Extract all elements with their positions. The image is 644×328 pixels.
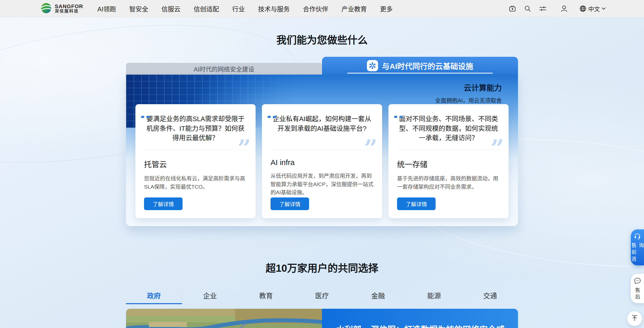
tab-cloud-infrastructure[interactable]: 与AI时代同行的云基础设施: [322, 57, 518, 75]
globe-logo-icon: [41, 3, 52, 15]
chevron-down-icon: [601, 5, 606, 12]
card-title: 托管云: [144, 158, 247, 169]
chat-bubble-icon: [634, 277, 641, 285]
video-icon[interactable]: [509, 5, 516, 12]
top-navbar: SANGFOR 深信服科技 AI领跑 智安全 信服云 信创适配 行业 技术与服务…: [0, 0, 644, 17]
close-quote-icon: ”: [491, 137, 504, 151]
cloud-infrastructure-panel: 云计算能力 全面拥抱AI，用云无须取舍 “ 要满足业务的高SLA需求却受限于机房…: [126, 75, 518, 226]
panel-heading: 云计算能力: [435, 82, 502, 93]
main-nav: AI领跑 智安全 信服云 信创适配 行业 技术与服务 合作伙伴 产业教育 更多: [97, 4, 393, 13]
active-industry-underline: [126, 303, 182, 304]
headset-icon: [634, 233, 641, 241]
divider: [271, 150, 373, 150]
industry-tab-enterprise[interactable]: 企业: [182, 288, 238, 304]
industry-tab-finance[interactable]: 金融: [350, 288, 406, 304]
nav-item-ai[interactable]: AI领跑: [97, 4, 116, 13]
back-to-top-button[interactable]: [627, 311, 642, 326]
aftersales-button[interactable]: 售后: [631, 274, 644, 303]
search-icon[interactable]: [524, 5, 531, 12]
open-quote-icon: “: [139, 116, 153, 126]
services-section-title: 我们能为您做些什么: [0, 17, 644, 47]
card-managed-cloud: “ 要满足业务的高SLA需求却受限于机房条件、IT能力与预算？如何获得用云最优解…: [135, 104, 256, 218]
active-tab-underline: [347, 73, 492, 74]
nav-item-tech-service[interactable]: 技术与服务: [258, 4, 290, 13]
nav-item-more[interactable]: 更多: [380, 4, 393, 13]
customer-case-card[interactable]: 水利部 x 深信服：打造数据为核的网络安全威: [126, 309, 518, 328]
case-text-panel: 水利部 x 深信服：打造数据为核的网络安全威: [322, 309, 518, 328]
learn-more-button[interactable]: 了解详情: [397, 197, 436, 210]
divider: [144, 150, 247, 150]
service-cards: “ 要满足业务的高SLA需求却受限于机房条件、IT能力与预算？如何获得用云最优解…: [135, 104, 509, 218]
industry-tabs: 政府 企业 教育 医疗 金融 能源 交通: [126, 288, 518, 304]
nav-item-partners[interactable]: 合作伙伴: [303, 4, 328, 13]
nav-item-security[interactable]: 智安全: [129, 4, 148, 13]
open-quote-icon: “: [266, 116, 279, 126]
nav-item-industry[interactable]: 行业: [232, 4, 245, 13]
card-quote: 企业私有AI崛起，如何构建一套从开发到承载的AI基础设施平台?: [271, 114, 373, 144]
navbar-utilities: 中文: [509, 4, 606, 13]
aftersales-label: 售后: [634, 287, 641, 301]
industry-tab-government[interactable]: 政府: [126, 288, 182, 304]
divider: [397, 150, 500, 150]
user-icon[interactable]: [560, 5, 568, 12]
learn-more-button[interactable]: 了解详情: [144, 197, 183, 210]
customers-section-title: 超10万家用户的共同选择: [0, 260, 644, 275]
panel-subheading: 全面拥抱AI，用云无须取舍: [435, 96, 502, 104]
tab-network-security-label: AI时代的网络安全建设: [194, 64, 254, 73]
close-quote-icon: ”: [364, 137, 378, 151]
brand-name: SANGFOR: [55, 4, 83, 9]
panel-heading-block: 云计算能力 全面拥抱AI，用云无须取舍: [435, 82, 502, 104]
cloud-ai-icon: [367, 60, 378, 71]
services-tabs-panel: AI时代的网络安全建设 与AI时代同行的云基础设施 云计算能力 全面: [126, 57, 518, 226]
industry-tab-transport[interactable]: 交通: [462, 288, 518, 304]
sangfor-logo[interactable]: SANGFOR 深信服科技: [41, 3, 83, 15]
close-quote-icon: ”: [238, 137, 251, 151]
presales-consult-button[interactable]: 售前咨询: [631, 229, 644, 265]
nav-item-xinchuang[interactable]: 信创适配: [194, 4, 219, 13]
card-quote: 面对不同业务、不同场景、不同类型、不同规模的数据，如何实现统一承载，无缝访问？: [397, 114, 500, 144]
nav-item-cloud[interactable]: 信服云: [162, 4, 181, 13]
card-ai-infra: “ 企业私有AI崛起，如何构建一套从开发到承载的AI基础设施平台? ” AI i…: [262, 104, 382, 218]
card-description: 基于先进的存储底座，高效的数据流动，用一套存储架构应对不同业务需求。: [397, 174, 500, 191]
presales-label: 售前咨询: [630, 243, 644, 265]
open-quote-icon: “: [392, 116, 406, 126]
card-unified-storage: “ 面对不同业务、不同场景、不同类型、不同规模的数据，如何实现统一承载，无缝访问…: [388, 104, 509, 218]
card-title: 统一存储: [397, 158, 500, 169]
language-label: 中文: [588, 4, 600, 13]
tab-cloud-infrastructure-label: 与AI时代同行的云基础设施: [382, 60, 473, 71]
learn-more-button[interactable]: 了解详情: [271, 197, 309, 210]
industry-tab-healthcare[interactable]: 医疗: [294, 288, 350, 304]
language-selector[interactable]: 中文: [579, 4, 606, 13]
nav-item-education[interactable]: 产业教育: [342, 4, 367, 13]
card-description: 从低代码应用开发，到严肃应用开发，再到智能算力承载平台AICP，深信服提供一站式…: [271, 172, 373, 197]
aerial-landscape-photo: [126, 309, 322, 328]
card-title: AI infra: [271, 158, 373, 167]
globe-icon: [579, 5, 587, 12]
services-tab-row: AI时代的网络安全建设 与AI时代同行的云基础设施: [126, 57, 518, 75]
industry-tab-energy[interactable]: 能源: [406, 288, 462, 304]
card-description: 您就近的在线化私有云，满足高阶需求与高SLA保障，实现最优TCO。: [144, 174, 247, 191]
case-title: 水利部 x 深信服：打造数据为核的网络安全威: [336, 323, 518, 328]
card-quote: 要满足业务的高SLA需求却受限于机房条件、IT能力与预算？如何获得用云最优解？: [144, 114, 247, 144]
tab-network-security[interactable]: AI时代的网络安全建设: [126, 63, 322, 75]
arrow-up-icon: [631, 315, 638, 323]
filter-icon[interactable]: [539, 5, 547, 12]
brand-name-cn: 深信服科技: [55, 9, 83, 13]
industry-tab-education[interactable]: 教育: [238, 288, 294, 304]
